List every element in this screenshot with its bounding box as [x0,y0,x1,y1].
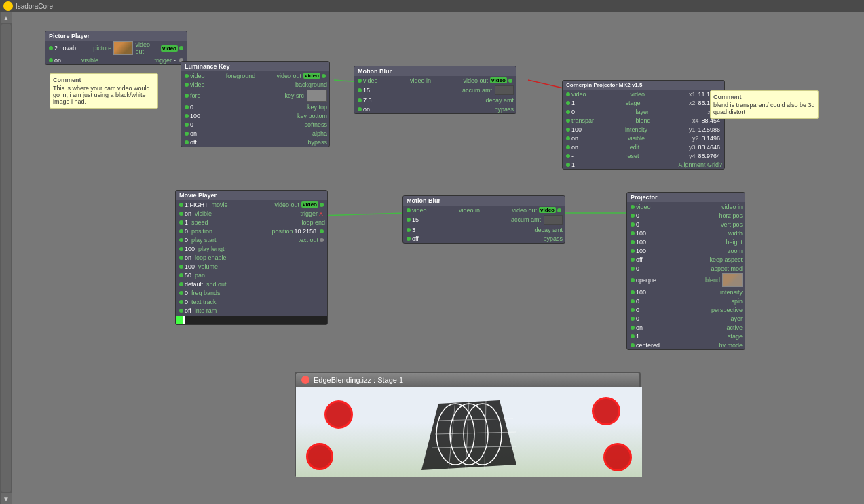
title-bar: IsadoraCore [0,0,864,12]
stage-window: EdgeBlending.izz : Stage 1 [295,372,641,477]
comment-title-1: Comment [53,77,155,83]
motion-blur-1-title: Motion Blur [354,66,516,76]
comment-text-2: blend is transparent/ could also be 3d q… [713,102,815,115]
accum-slider-2 [544,215,563,225]
projector-node: Projector video video in 0 horz pos 0 ve… [626,192,745,350]
svg-marker-5 [421,400,516,470]
movie-player-title: Movie Player [176,191,327,200]
corner-marker-br [603,443,632,471]
stage-shape-container [418,397,520,475]
stage-close-btn[interactable] [301,376,309,384]
stage-content [296,387,642,477]
comment-box-1: Comment This is where your cam video wou… [50,73,158,109]
left-scrollbar[interactable]: ▲ ▼ [0,12,12,504]
luminance-key-title: Luminance Key [181,62,329,71]
port-dot [49,46,53,50]
motion-blur-2-title: Motion Blur [403,196,565,206]
stage-title: EdgeBlending.izz : Stage 1 [314,376,403,384]
corner-marker-bl [306,443,333,470]
comment-box-2: Comment blend is transparent/ could also… [710,90,819,119]
picture-player-node: Picture Player 2:novab picture video out… [45,31,187,65]
cornerpin-projector-node: Cornerpin Projector MK2 v1.5 video video… [562,80,725,170]
progress-cursor [183,316,185,324]
comment-text-1: This is where your cam video would go in… [53,85,155,105]
corner-marker-tr [592,397,620,425]
movie-progress-fill [176,316,183,324]
motion-blur-2-node: Motion Blur video video in video out vid… [402,195,565,244]
scroll-down[interactable]: ▼ [1,493,12,504]
accum-slider [495,85,514,95]
luminance-key-node: Luminance Key video foreground video out… [181,61,330,147]
movie-player-node: Movie Player 1:FIGHT movie video out vid… [175,190,328,325]
port-out [322,74,326,78]
picture-player-title: Picture Player [45,31,187,41]
port-in [185,74,189,78]
svg-line-3 [319,213,406,216]
app-icon [3,1,13,11]
scroll-up[interactable]: ▲ [1,12,12,23]
picture-player-row-0: 2:novab picture video out video [45,41,187,56]
movie-progress-bar [176,316,327,324]
comment-title-2: Comment [713,94,815,100]
stage-shape-svg [418,397,520,475]
key-src-thumb [307,90,327,102]
corner-marker-tl [324,400,353,429]
lk-row-0: video foreground video out video [181,71,329,80]
projector-title: Projector [627,193,745,202]
port-out [179,46,183,50]
motion-blur-1-node: Motion Blur video video in video out vid… [354,66,516,114]
picture-thumbnail [113,41,132,55]
stage-title-bar: EdgeBlending.izz : Stage 1 [296,373,639,387]
projector-blend-thumb [722,273,743,287]
node-canvas: Picture Player 2:novab picture video out… [12,12,864,504]
picture-player-row-1: on visible trigger - [45,56,187,64]
port-dot [49,58,53,62]
title-bar-label: IsadoraCore [16,3,53,10]
cornerpin-title: Cornerpin Projector MK2 v1.5 [563,81,724,90]
